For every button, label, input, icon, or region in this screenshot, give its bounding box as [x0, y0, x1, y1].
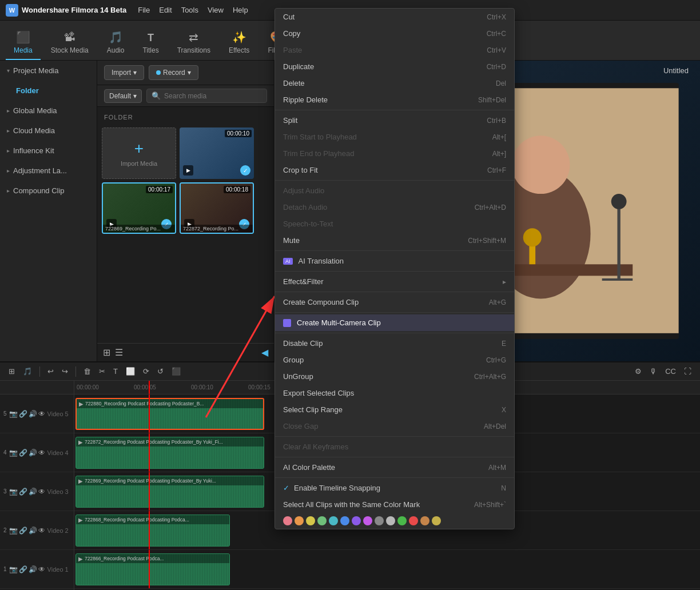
- nav-media[interactable]: ⬛ Media: [6, 26, 41, 60]
- track-camera-icon-3[interactable]: 📷: [9, 488, 18, 496]
- list-view-btn[interactable]: ☰: [115, 347, 123, 358]
- color-dot-4[interactable]: [317, 516, 327, 525]
- track-link-icon-4[interactable]: 🔗: [19, 449, 27, 457]
- ctx-create-compound[interactable]: Create Compound Clip Alt+G: [275, 294, 514, 310]
- track-camera-icon-1[interactable]: 📷: [9, 565, 18, 573]
- tl-fullscreen-btn[interactable]: ⛶: [681, 365, 694, 377]
- clip-video5[interactable]: ▶ 722880_Recording Podcast Podcasting Po…: [75, 398, 264, 430]
- delete-btn[interactable]: 🗑: [81, 365, 94, 377]
- import-button[interactable]: Import ▾: [104, 65, 144, 80]
- color-dot-5[interactable]: [329, 516, 338, 525]
- sidebar-item-adjustment-layer[interactable]: ▸ Adjustment La...: [0, 161, 97, 181]
- ctx-cut[interactable]: Cut Ctrl+X: [275, 9, 514, 25]
- sidebar-item-global-media[interactable]: ▸ Global Media: [0, 101, 97, 121]
- undo-btn[interactable]: ↩: [45, 365, 57, 377]
- color-dot-11[interactable]: [397, 516, 407, 525]
- sidebar-item-cloud-media[interactable]: ▸ Cloud Media: [0, 121, 97, 141]
- ctx-ripple-delete[interactable]: Ripple Delete Shift+Del: [275, 91, 514, 108]
- track-eye-icon-2[interactable]: 👁: [38, 527, 45, 535]
- color-dot-1[interactable]: [283, 516, 292, 525]
- ctx-export-selected[interactable]: Export Selected Clips: [275, 385, 514, 401]
- media-thumb-2[interactable]: 00:00:17 ▶ ✓ 722869_Recording Po...: [102, 182, 176, 234]
- sidebar-item-influence-kit[interactable]: ▸ Influence Kit: [0, 141, 97, 161]
- import-media-btn[interactable]: + Import Media: [102, 127, 176, 179]
- search-input[interactable]: [164, 92, 262, 100]
- track-eye-icon-3[interactable]: 👁: [38, 488, 45, 496]
- track-link-icon-1[interactable]: 🔗: [19, 565, 27, 573]
- tl-settings-btn[interactable]: ⚙: [632, 365, 645, 377]
- collapse-btn[interactable]: ◀: [261, 347, 268, 358]
- color-dot-13[interactable]: [420, 516, 429, 525]
- track-eye-icon-4[interactable]: 👁: [38, 449, 45, 457]
- track-eye-icon-1[interactable]: 👁: [38, 565, 45, 573]
- ctx-enable-snapping[interactable]: ✓ Enable Timeline Snapping N: [275, 480, 514, 496]
- ctx-crop[interactable]: Crop to Fit Ctrl+F: [275, 162, 514, 178]
- ctx-select-same-color[interactable]: Select All Clips with the Same Color Mar…: [275, 496, 514, 513]
- nav-stock-media[interactable]: 📽 Stock Media: [43, 26, 97, 60]
- color-dot-8[interactable]: [363, 516, 372, 525]
- menu-tools[interactable]: Tools: [181, 6, 198, 14]
- color-dot-7[interactable]: [352, 516, 361, 525]
- ctx-delete[interactable]: Delete Del: [275, 75, 514, 91]
- nav-effects[interactable]: ✨ Effects: [221, 26, 257, 60]
- track-camera-icon-4[interactable]: 📷: [9, 449, 18, 457]
- ctx-mute[interactable]: Mute Ctrl+Shift+M: [275, 232, 514, 249]
- ctx-copy[interactable]: Copy Ctrl+C: [275, 25, 514, 42]
- track-link-icon-5[interactable]: 🔗: [19, 410, 27, 418]
- nav-audio[interactable]: 🎵 Audio: [99, 26, 133, 60]
- tl-audio-btn[interactable]: 🎵: [20, 365, 35, 377]
- media-thumb-1[interactable]: 00:00:10 ▶ ✓: [180, 127, 254, 179]
- color-dot-14[interactable]: [432, 516, 441, 525]
- default-dropdown[interactable]: Default ▾: [104, 89, 142, 103]
- track-speaker-icon-5[interactable]: 🔊: [29, 410, 37, 418]
- track-speaker-icon-4[interactable]: 🔊: [29, 449, 37, 457]
- clip-video1[interactable]: ▶ 722866_Recording Podcast Podca...: [75, 553, 230, 585]
- sidebar-item-project-media[interactable]: ▾ Project Media: [0, 61, 97, 81]
- ctx-ungroup[interactable]: UnGroup Ctrl+Alt+G: [275, 368, 514, 385]
- track-link-icon-2[interactable]: 🔗: [19, 527, 27, 535]
- tl-captions-btn[interactable]: CC: [662, 365, 679, 377]
- track-speaker-icon-3[interactable]: 🔊: [29, 488, 37, 496]
- track-camera-icon-5[interactable]: 📷: [9, 410, 18, 418]
- nav-titles[interactable]: T Titles: [134, 27, 166, 60]
- frame-btn[interactable]: ⬛: [169, 365, 184, 377]
- clip-video3[interactable]: ▶ 722869_Recording Podcast Podcasting Po…: [75, 476, 264, 508]
- tl-add-track-btn[interactable]: ⊞: [6, 365, 18, 377]
- crop-btn[interactable]: ⬜: [123, 365, 138, 377]
- track-link-icon-3[interactable]: 🔗: [19, 488, 27, 496]
- menu-help[interactable]: Help: [233, 6, 248, 14]
- text-btn[interactable]: T: [110, 365, 121, 377]
- clip-video2[interactable]: ▶ 722868_Recording Podcast Podcasting Po…: [75, 515, 230, 547]
- color-dot-3[interactable]: [306, 516, 315, 525]
- ctx-effect-filter[interactable]: Effect&Filter ▸: [275, 273, 514, 290]
- sidebar-item-folder[interactable]: Folder: [0, 81, 97, 101]
- ctx-group[interactable]: Group Ctrl+G: [275, 352, 514, 368]
- sidebar-item-compound-clip[interactable]: ▸ Compound Clip: [0, 181, 97, 201]
- ctx-create-multicam[interactable]: Create Multi-Camera Clip: [275, 314, 514, 331]
- flip-btn[interactable]: ↺: [154, 365, 166, 377]
- color-dot-2[interactable]: [295, 516, 304, 525]
- ctx-ai-translation[interactable]: AI AI Translation: [275, 253, 514, 269]
- menu-view[interactable]: View: [208, 6, 224, 14]
- menu-edit[interactable]: Edit: [159, 6, 172, 14]
- ctx-disable-clip[interactable]: Disable Clip E: [275, 335, 514, 352]
- ctx-split[interactable]: Split Ctrl+B: [275, 112, 514, 129]
- tl-mic-btn[interactable]: 🎙: [647, 365, 660, 377]
- record-button[interactable]: Record ▾: [149, 65, 198, 80]
- clip-video4[interactable]: ▶ 722872_Recording Podcast Podcasting Po…: [75, 437, 264, 469]
- redo-btn[interactable]: ↪: [59, 365, 71, 377]
- color-dot-12[interactable]: [409, 516, 418, 525]
- track-speaker-icon-1[interactable]: 🔊: [29, 565, 37, 573]
- nav-transitions[interactable]: ⇄ Transitions: [169, 26, 218, 60]
- menu-file[interactable]: File: [138, 6, 150, 14]
- media-thumb-3[interactable]: 00:00:18 ▶ ✓ 722872_Recording Po...: [180, 182, 254, 234]
- track-camera-icon-2[interactable]: 📷: [9, 527, 18, 535]
- cut-btn[interactable]: ✂: [96, 365, 108, 377]
- ctx-duplicate[interactable]: Duplicate Ctrl+D: [275, 58, 514, 75]
- track-eye-icon-5[interactable]: 👁: [38, 410, 45, 418]
- ctx-ai-color[interactable]: AI Color Palette Alt+M: [275, 459, 514, 476]
- track-speaker-icon-2[interactable]: 🔊: [29, 527, 37, 535]
- color-dot-6[interactable]: [340, 516, 349, 525]
- color-dot-10[interactable]: [386, 516, 395, 525]
- color-dot-9[interactable]: [375, 516, 384, 525]
